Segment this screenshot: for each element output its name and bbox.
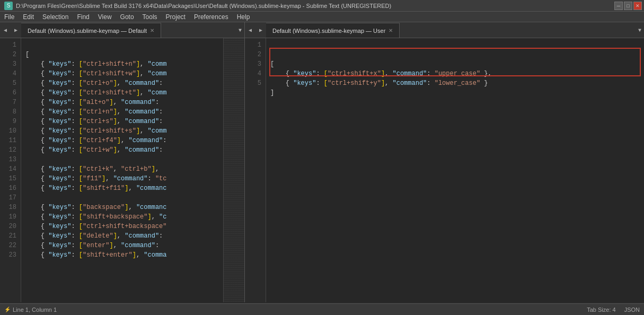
right-tab-bar: ◀ ▶ Default (Windows).sublime-keymap — U… <box>245 22 644 38</box>
maximize-button[interactable]: □ <box>624 2 632 10</box>
left-code-content[interactable]: [ { "keys": ["ctrl+shift+n"], "comm { "k… <box>21 38 223 302</box>
left-panel: ◀ ▶ Default (Windows).sublime-keymap — D… <box>0 22 245 302</box>
left-tab-overflow[interactable]: ▼ <box>236 23 244 38</box>
menu-find[interactable]: Find <box>73 12 93 22</box>
menu-tools[interactable]: Tools <box>138 12 162 22</box>
right-tab-close-icon[interactable]: ✕ <box>389 28 393 33</box>
code-line-10: { "keys": ["ctrl+f4"], "command": <box>25 137 166 144</box>
app-icon: S <box>4 2 13 10</box>
code-line-17: { "keys": ["backspace"], "commanc <box>25 204 166 211</box>
right-code-line-2: { "keys": ["ctrl+shift+x"], "command": "… <box>270 70 492 77</box>
code-line-4: { "keys": ["ctrl+o"], "command": <box>25 80 163 87</box>
menu-preferences[interactable]: Preferences <box>190 12 233 22</box>
code-line-23 <box>25 261 29 268</box>
code-line-21: { "keys": ["enter"], "command": <box>25 242 159 249</box>
right-tab-active[interactable]: Default (Windows).sublime-keymap — User … <box>266 23 400 38</box>
code-line-15: { "keys": ["shift+f11"], "commanc <box>25 185 166 192</box>
left-tab-bar: ◀ ▶ Default (Windows).sublime-keymap — D… <box>0 22 244 38</box>
right-tab-label: Default (Windows).sublime-keymap — User <box>272 28 385 34</box>
right-nav-next[interactable]: ▶ <box>255 23 266 38</box>
right-code-area[interactable]: 12345 [ { "keys": ["ctrl+shift+x"], "com… <box>245 38 644 302</box>
left-nav-prev[interactable]: ◀ <box>0 23 11 38</box>
code-line-6: { "keys": ["alt+o"], "command": <box>25 99 159 106</box>
code-line-13: { "keys": ["ctrl+k", "ctrl+b"], <box>25 165 159 173</box>
menu-help[interactable]: Help <box>233 12 254 22</box>
window-controls: ─ □ ✕ <box>614 2 642 10</box>
right-code-content[interactable]: [ { "keys": ["ctrl+shift+x"], "command":… <box>266 38 644 302</box>
title-text: D:\Program Files\Green\Sublime Text Buil… <box>16 3 391 9</box>
right-code-line-3: { "keys": ["ctrl+shift+y"], "command": "… <box>270 80 488 87</box>
left-line-numbers: 12345 678910 1112131415 1617181920 21222… <box>0 38 21 302</box>
status-bar: ⚡ Line 1, Column 1 Tab Size: 4 JSON <box>0 303 644 315</box>
code-line-18: { "keys": ["shift+backspace"], "c <box>25 213 166 221</box>
left-nav-next[interactable]: ▶ <box>11 23 21 38</box>
status-left: ⚡ Line 1, Column 1 <box>4 307 57 313</box>
right-nav-prev[interactable]: ◀ <box>245 23 255 38</box>
right-code-line-5 <box>270 99 274 106</box>
status-right: Tab Size: 4 JSON <box>587 307 640 313</box>
code-line-8: { "keys": ["ctrl+s"], "command": <box>25 118 163 125</box>
close-button[interactable]: ✕ <box>633 2 642 10</box>
right-line-numbers: 12345 <box>245 38 266 302</box>
minimize-button[interactable]: ─ <box>614 2 623 10</box>
right-code-line-4: ] <box>270 89 274 97</box>
left-code-area[interactable]: 12345 678910 1112131415 1617181920 21222… <box>0 38 244 302</box>
code-line-20: { "keys": ["delete"], "command": <box>25 232 163 240</box>
title-bar: S D:\Program Files\Green\Sublime Text Bu… <box>0 0 644 12</box>
code-line-12 <box>25 156 29 163</box>
code-line-19: { "keys": ["ctrl+shift+backspace" <box>25 223 166 230</box>
status-tab-size: Tab Size: 4 <box>587 307 615 313</box>
menu-selection[interactable]: Selection <box>38 12 73 22</box>
status-icon: ⚡ <box>4 307 11 312</box>
code-line-2: { "keys": ["ctrl+shift+n"], "comm <box>25 60 167 68</box>
menu-view[interactable]: View <box>94 12 116 22</box>
right-code-line-1: [ <box>270 60 274 68</box>
code-line-9: { "keys": ["ctrl+shift+s"], "comm <box>25 127 167 135</box>
left-tab-active[interactable]: Default (Windows).sublime-keymap — Defau… <box>21 23 161 38</box>
left-minimap <box>223 38 244 302</box>
menu-project[interactable]: Project <box>162 12 190 22</box>
code-line-1: [ <box>25 51 29 58</box>
menu-bar: File Edit Selection Find View Goto Tools… <box>0 12 644 22</box>
right-panel: ◀ ▶ Default (Windows).sublime-keymap — U… <box>245 22 644 302</box>
code-line-16 <box>25 194 29 202</box>
code-line-22: { "keys": ["shift+enter"], "comma <box>25 251 167 259</box>
code-line-7: { "keys": ["ctrl+n"], "command": <box>25 108 163 116</box>
code-line-11: { "keys": ["ctrl+w"], "command": <box>25 146 163 154</box>
editor-area: ◀ ▶ Default (Windows).sublime-keymap — D… <box>0 22 644 302</box>
menu-edit[interactable]: Edit <box>19 12 38 22</box>
left-tab-label: Default (Windows).sublime-keymap — Defau… <box>28 28 147 34</box>
left-tab-close-icon[interactable]: ✕ <box>150 28 154 33</box>
code-line-14: { "keys": ["f11"], "command": "tc <box>25 175 167 182</box>
code-line-5: { "keys": ["ctrl+shift+t"], "comm <box>25 89 167 97</box>
menu-goto[interactable]: Goto <box>116 12 138 22</box>
status-line-col: Line 1, Column 1 <box>13 307 57 313</box>
menu-file[interactable]: File <box>0 12 19 22</box>
status-syntax: JSON <box>624 307 640 313</box>
code-line-3: { "keys": ["ctrl+shift+w"], "comm <box>25 70 167 77</box>
right-tab-overflow[interactable]: ▼ <box>636 23 644 38</box>
